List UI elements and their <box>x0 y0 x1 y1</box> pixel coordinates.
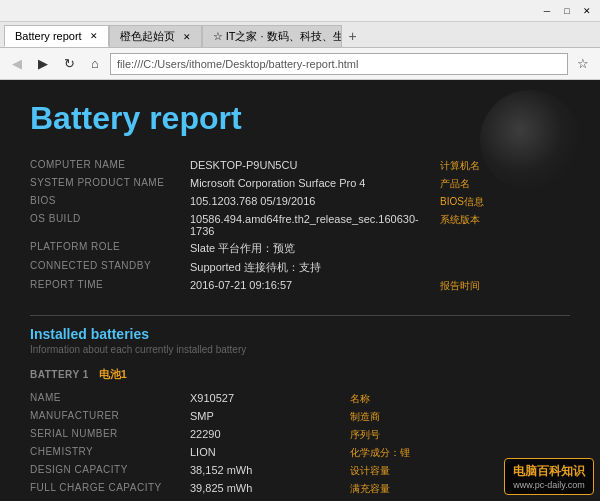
browser-content: Battery report COMPUTER NAME DESKTOP-P9U… <box>0 80 600 501</box>
close-button[interactable]: ✕ <box>578 4 596 18</box>
row-label: CONNECTED STANDBY <box>30 258 190 277</box>
window-controls: ─ □ ✕ <box>538 4 596 18</box>
watermark: 电脑百科知识 www.pc-daily.com <box>504 458 594 495</box>
tab-label: ☆ IT之家 · 数码、科技、生... <box>213 29 342 44</box>
row-value: 105.1203.768 05/19/2016 <box>190 193 440 211</box>
tab-close-icon[interactable]: ✕ <box>183 32 191 42</box>
watermark-url: www.pc-daily.com <box>513 480 585 490</box>
url-input[interactable] <box>110 53 568 75</box>
row-value: Slate 平台作用：预览 <box>190 239 440 258</box>
minimize-button[interactable]: ─ <box>538 4 556 18</box>
section-divider <box>30 315 570 316</box>
table-row: CONNECTED STANDBY Supported 连接待机：支持 <box>30 258 570 277</box>
row-annotation <box>440 239 570 258</box>
row-annotation: 名称 <box>350 390 570 408</box>
battery-header: BATTERY 1 电池1 <box>30 367 570 382</box>
table-row: SYSTEM PRODUCT NAME Microsoft Corporatio… <box>30 175 570 193</box>
new-tab-button[interactable]: + <box>342 25 364 47</box>
battery-header-annotation: 电池1 <box>99 367 127 382</box>
table-row: DESIGN CAPACITY 38,152 mWh 设计容量 <box>30 462 570 480</box>
row-label: SYSTEM PRODUCT NAME <box>30 175 190 193</box>
row-annotation: BIOS信息 <box>440 193 570 211</box>
table-row: FULL CHARGE CAPACITY 39,825 mWh 满充容量 <box>30 480 570 498</box>
row-label: REPORT TIME <box>30 277 190 295</box>
tab-close-icon[interactable]: ✕ <box>90 31 98 41</box>
row-label: COMPUTER NAME <box>30 157 190 175</box>
battery-info-table: NAME X910527 名称 MANUFACTURER SMP 制造商 SER… <box>30 390 570 501</box>
row-value: DESKTOP-P9UN5CU <box>190 157 440 175</box>
table-row: MANUFACTURER SMP 制造商 <box>30 408 570 426</box>
refresh-button[interactable]: ↻ <box>58 53 80 75</box>
tab-orange[interactable]: 橙色起始页 ✕ <box>109 25 202 47</box>
system-info-table: COMPUTER NAME DESKTOP-P9UN5CU 计算机名 SYSTE… <box>30 157 570 295</box>
table-row: OS BUILD 10586.494.amd64fre.th2_release_… <box>30 211 570 239</box>
report-container: Battery report COMPUTER NAME DESKTOP-P9U… <box>0 80 600 501</box>
row-value: SMP <box>190 408 350 426</box>
row-value: 2016-07-21 09:16:57 <box>190 277 440 295</box>
background-spiral <box>480 90 580 190</box>
row-annotation <box>440 258 570 277</box>
row-label: PLATFORM ROLE <box>30 239 190 258</box>
row-label: OS BUILD <box>30 211 190 239</box>
forward-button[interactable]: ▶ <box>32 53 54 75</box>
tab-battery-report[interactable]: Battery report ✕ <box>4 25 109 47</box>
row-annotation: 报告时间 <box>440 277 570 295</box>
row-label: MANUFACTURER <box>30 408 190 426</box>
table-row: REPORT TIME 2016-07-21 09:16:57 报告时间 <box>30 277 570 295</box>
address-bar: ◀ ▶ ↻ ⌂ ☆ <box>0 48 600 80</box>
installed-batteries-subtitle: Information about each currently install… <box>30 344 570 355</box>
row-label: BIOS <box>30 193 190 211</box>
address-right-controls: ☆ <box>572 53 594 75</box>
row-value: 38,152 mWh <box>190 462 350 480</box>
tab-bar: Battery report ✕ 橙色起始页 ✕ ☆ IT之家 · 数码、科技、… <box>0 22 600 48</box>
table-row: PLATFORM ROLE Slate 平台作用：预览 <box>30 239 570 258</box>
table-row: CHEMISTRY LION 化学成分：锂 <box>30 444 570 462</box>
maximize-button[interactable]: □ <box>558 4 576 18</box>
table-row: NAME X910527 名称 <box>30 390 570 408</box>
star-button[interactable]: ☆ <box>572 53 594 75</box>
row-value: X910527 <box>190 390 350 408</box>
tab-ithome[interactable]: ☆ IT之家 · 数码、科技、生... ✕ <box>202 25 342 47</box>
row-label: FULL CHARGE CAPACITY <box>30 480 190 498</box>
row-label: DESIGN CAPACITY <box>30 462 190 480</box>
tab-label: 橙色起始页 <box>120 29 175 44</box>
row-value: Microsoft Corporation Surface Pro 4 <box>190 175 440 193</box>
row-annotation: 系统版本 <box>440 211 570 239</box>
row-value: 10586.494.amd64fre.th2_release_sec.16063… <box>190 211 440 239</box>
watermark-title: 电脑百科知识 <box>513 463 585 480</box>
row-label: NAME <box>30 390 190 408</box>
table-row: SERIAL NUMBER 22290 序列号 <box>30 426 570 444</box>
table-row: BIOS 105.1203.768 05/19/2016 BIOS信息 <box>30 193 570 211</box>
row-label: CHEMISTRY <box>30 444 190 462</box>
title-bar: ─ □ ✕ <box>0 0 600 22</box>
row-annotation: 制造商 <box>350 408 570 426</box>
row-value: 39,825 mWh <box>190 480 350 498</box>
battery-header-label: BATTERY 1 <box>30 369 89 380</box>
home-button[interactable]: ⌂ <box>84 53 106 75</box>
row-annotation: 序列号 <box>350 426 570 444</box>
installed-batteries-title: Installed batteries <box>30 326 570 342</box>
row-value: 22290 <box>190 426 350 444</box>
row-value: LION <box>190 444 350 462</box>
row-label: SERIAL NUMBER <box>30 426 190 444</box>
tab-label: Battery report <box>15 30 82 42</box>
back-button[interactable]: ◀ <box>6 53 28 75</box>
row-value: Supported 连接待机：支持 <box>190 258 440 277</box>
